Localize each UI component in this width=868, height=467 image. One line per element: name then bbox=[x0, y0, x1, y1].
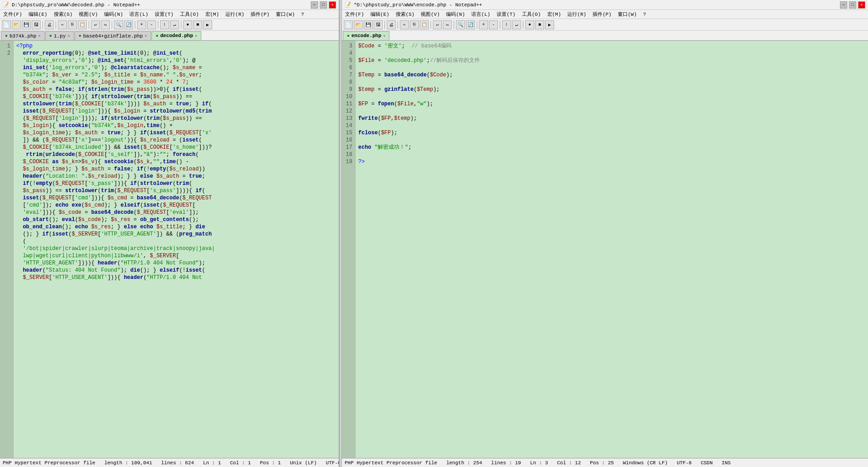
left-tb-open[interactable]: 📂 bbox=[12, 20, 21, 29]
left-menu-encoding[interactable]: 编码(N) bbox=[103, 11, 124, 18]
right-tb-copy[interactable]: ⎘ bbox=[410, 20, 419, 29]
left-tb-zoomin[interactable]: + bbox=[137, 20, 146, 29]
right-menu-settings[interactable]: 设置(T) bbox=[495, 11, 517, 18]
left-tb-redo[interactable]: ↪ bbox=[101, 20, 110, 29]
right-menu-tools[interactable]: 工具(O) bbox=[521, 11, 542, 18]
right-tb-undo[interactable]: ↩ bbox=[433, 20, 442, 29]
right-tb-record[interactable]: ● bbox=[525, 20, 534, 29]
right-tb-wrap[interactable]: ↵ bbox=[512, 20, 521, 29]
right-menu-help[interactable]: ? bbox=[642, 12, 648, 17]
left-menu-edit[interactable]: 编辑(E) bbox=[27, 11, 49, 18]
right-menu-search[interactable]: 搜索(S) bbox=[394, 11, 416, 18]
right-tab-encode-close[interactable]: ✕ bbox=[383, 33, 385, 38]
left-tb-wrap[interactable]: ↵ bbox=[170, 20, 179, 29]
right-tb-find[interactable]: 🔍 bbox=[456, 20, 465, 29]
right-menu-edit[interactable]: 编辑(E) bbox=[369, 11, 391, 18]
right-tb-replace[interactable]: 🔄 bbox=[466, 20, 475, 29]
left-menu-file[interactable]: 文件(F) bbox=[2, 11, 24, 18]
left-status-bar: PHP Hypertext Preprocessor file length :… bbox=[0, 458, 339, 467]
right-tb-print[interactable]: 🖨 bbox=[387, 20, 396, 29]
right-tb-saveall[interactable]: 🖫 bbox=[374, 20, 383, 29]
left-menu-window[interactable]: 窗口(W) bbox=[275, 11, 296, 18]
left-tb-replace[interactable]: 🔄 bbox=[124, 20, 133, 29]
left-tb-zoomout[interactable]: - bbox=[147, 20, 156, 29]
left-menu-bar: 文件(F) 编辑(E) 搜索(S) 视图(V) 编码(N) 语言(L) 设置(T… bbox=[0, 10, 339, 19]
right-code-area[interactable]: 3 4 5 6 7 8 9 10 11 12 13 14 15 16 17 18… bbox=[342, 41, 868, 458]
left-menu-macro[interactable]: 宏(M) bbox=[204, 11, 221, 18]
right-tb-sync[interactable]: ↕ bbox=[502, 20, 511, 29]
left-status-col: Col : 1 bbox=[230, 460, 251, 466]
right-tab-encode[interactable]: ● encode.php ✕ bbox=[343, 31, 389, 40]
left-menu-search[interactable]: 搜索(S) bbox=[52, 11, 74, 18]
left-tb-find[interactable]: 🔍 bbox=[114, 20, 123, 29]
right-menu-macro[interactable]: 宏(M) bbox=[546, 11, 563, 18]
right-menu-view[interactable]: 视图(V) bbox=[419, 11, 441, 18]
left-tab-decoded-close[interactable]: ✕ bbox=[195, 33, 197, 38]
left-tb-stop[interactable]: ■ bbox=[193, 20, 202, 29]
left-tb-new[interactable]: 📄 bbox=[2, 20, 11, 29]
left-tb-play[interactable]: ▶ bbox=[203, 20, 212, 29]
left-status-pos: Pos : 1 bbox=[260, 460, 281, 466]
left-menu-settings[interactable]: 设置(T) bbox=[153, 11, 175, 18]
left-tab-base64-close[interactable]: ✕ bbox=[145, 33, 147, 38]
right-tb-play[interactable]: ▶ bbox=[545, 20, 554, 29]
right-tab-encode-icon: ● bbox=[347, 33, 350, 38]
left-menu-run[interactable]: 运行(R) bbox=[224, 11, 246, 18]
left-tb-paste[interactable]: 📋 bbox=[78, 20, 87, 29]
right-menu-file[interactable]: 文件(F) bbox=[344, 11, 365, 18]
right-menu-language[interactable]: 语言(L) bbox=[470, 11, 492, 18]
left-menu-help[interactable]: ? bbox=[300, 12, 306, 17]
left-tb-undo[interactable]: ↩ bbox=[91, 20, 100, 29]
right-tb-stop[interactable]: ■ bbox=[535, 20, 544, 29]
left-tb-cut[interactable]: ✂ bbox=[58, 20, 67, 29]
left-tab-b374k[interactable]: ● b374k.php ✕ bbox=[1, 31, 45, 40]
right-notepad-icon: 📝 bbox=[345, 2, 351, 8]
left-tb-copy[interactable]: ⎘ bbox=[68, 20, 77, 29]
left-code-area[interactable]: 1 2 bbox=[0, 41, 339, 458]
right-tb-save[interactable]: 💾 bbox=[364, 20, 373, 29]
right-close-btn[interactable]: ✕ bbox=[858, 1, 865, 9]
left-minimize-btn[interactable]: ─ bbox=[311, 1, 318, 9]
left-tab-1py-close[interactable]: ✕ bbox=[67, 33, 70, 38]
right-menu-encoding[interactable]: 编码(N) bbox=[445, 11, 466, 18]
left-tb-sync[interactable]: ↕ bbox=[160, 20, 169, 29]
right-tb-sep4 bbox=[454, 21, 454, 29]
left-tb-print[interactable]: 🖨 bbox=[45, 20, 54, 29]
right-tb-paste[interactable]: 📋 bbox=[420, 20, 429, 29]
right-tb-cut[interactable]: ✂ bbox=[400, 20, 409, 29]
right-tb-open[interactable]: 📂 bbox=[354, 20, 363, 29]
left-tb-record[interactable]: ● bbox=[183, 20, 192, 29]
right-tb-zoomout[interactable]: - bbox=[489, 20, 498, 29]
right-tb-zoomin[interactable]: + bbox=[479, 20, 488, 29]
left-tab-base64[interactable]: ● base64+gzinflate.php ✕ bbox=[75, 31, 151, 40]
left-tab-decoded[interactable]: ● decoded.php ✕ bbox=[152, 31, 201, 40]
right-tb-sep2 bbox=[398, 21, 398, 29]
left-close-btn[interactable]: ✕ bbox=[329, 1, 336, 9]
left-tab-b374k-label: b374k.php bbox=[9, 33, 36, 39]
left-menu-view[interactable]: 视图(V) bbox=[77, 11, 99, 18]
right-maximize-btn[interactable]: □ bbox=[849, 1, 856, 9]
left-tb-save[interactable]: 💾 bbox=[22, 20, 31, 29]
right-tb-redo[interactable]: ↪ bbox=[443, 20, 452, 29]
left-code-content[interactable]: <?php error_reporting(0); @set_time_limi… bbox=[14, 41, 339, 458]
left-tab-bar: ● b374k.php ✕ ● 1.py ✕ ● base64+gzinflat… bbox=[0, 31, 339, 41]
right-code-content[interactable]: $Code = '密文'; // base64编码 $File = 'decod… bbox=[356, 41, 868, 458]
left-tb-saveall[interactable]: 🖫 bbox=[32, 20, 41, 29]
left-tb-sep1 bbox=[43, 21, 43, 29]
left-status-lines: lines : 624 bbox=[161, 460, 194, 466]
right-menu-window[interactable]: 窗口(W) bbox=[617, 11, 638, 18]
left-tab-base64-label: base64+gzinflate.php bbox=[83, 33, 143, 39]
right-menu-plugins[interactable]: 插件(P) bbox=[591, 11, 613, 18]
left-menu-language[interactable]: 语言(L) bbox=[128, 11, 150, 18]
left-title-controls: ─ □ ✕ bbox=[311, 1, 336, 9]
right-menu-run[interactable]: 运行(R) bbox=[566, 11, 588, 18]
left-menu-tools[interactable]: 工具(O) bbox=[179, 11, 200, 18]
right-minimize-btn[interactable]: ─ bbox=[840, 1, 847, 9]
right-line-numbers: 3 4 5 6 7 8 9 10 11 12 13 14 15 16 17 18… bbox=[342, 41, 356, 458]
left-menu-plugins[interactable]: 插件(P) bbox=[249, 11, 271, 18]
left-maximize-btn[interactable]: □ bbox=[320, 1, 327, 9]
right-tb-new[interactable]: 📄 bbox=[344, 20, 353, 29]
left-toolbar: 📄 📂 💾 🖫 🖨 ✂ ⎘ 📋 ↩ ↪ 🔍 🔄 + - ↕ ↵ ● ■ bbox=[0, 19, 339, 31]
left-tab-b374k-close[interactable]: ✕ bbox=[38, 33, 40, 38]
left-tab-1py[interactable]: ● 1.py ✕ bbox=[45, 31, 74, 40]
